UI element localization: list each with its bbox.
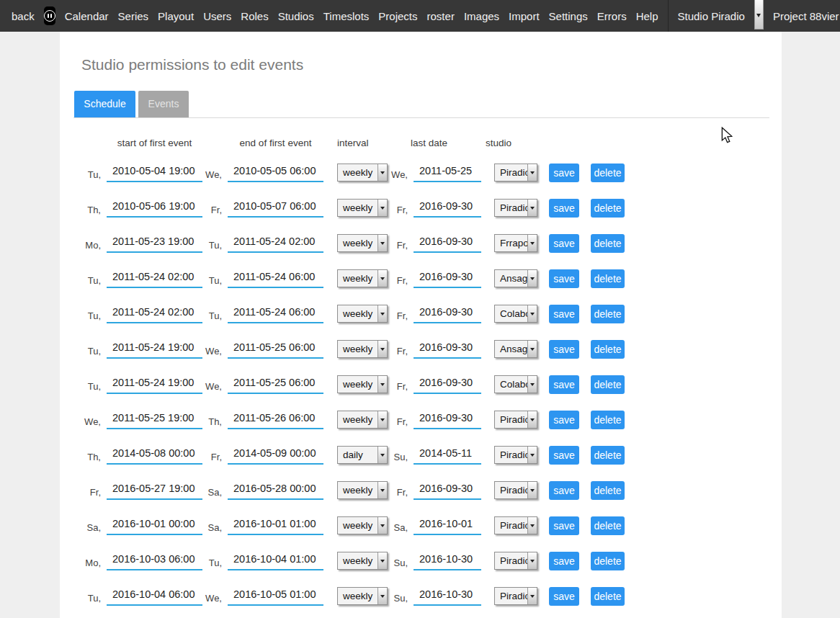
- nav-item-roles[interactable]: Roles: [241, 10, 268, 22]
- interval-select[interactable]: weekly: [337, 552, 388, 570]
- interval-select[interactable]: weekly: [337, 164, 388, 182]
- delete-button[interactable]: delete: [591, 587, 625, 606]
- save-button[interactable]: save: [549, 587, 579, 606]
- delete-button[interactable]: delete: [591, 164, 625, 182]
- nav-item-settings[interactable]: Settings: [549, 10, 588, 22]
- interval-select[interactable]: weekly: [337, 269, 388, 287]
- end-datetime-input[interactable]: [228, 481, 323, 500]
- end-datetime-input[interactable]: [228, 446, 323, 465]
- nav-item-timeslots[interactable]: Timeslots: [323, 10, 370, 22]
- end-datetime-input[interactable]: [228, 199, 323, 218]
- studio-row-select[interactable]: Piradio: [494, 199, 537, 217]
- save-button[interactable]: save: [549, 411, 579, 429]
- interval-select[interactable]: daily: [337, 446, 388, 464]
- interval-select[interactable]: weekly: [337, 516, 388, 534]
- last-date-input[interactable]: [414, 552, 481, 570]
- studio-row-select[interactable]: Piradio: [494, 516, 537, 534]
- end-datetime-input[interactable]: [228, 164, 323, 182]
- interval-select[interactable]: weekly: [337, 481, 388, 499]
- nav-item-errors[interactable]: Errors: [597, 10, 627, 22]
- start-datetime-input[interactable]: [107, 305, 202, 323]
- interval-select[interactable]: weekly: [337, 411, 388, 429]
- studio-select[interactable]: Studio Piradio: [678, 10, 745, 22]
- start-datetime-input[interactable]: [107, 411, 202, 429]
- delete-button[interactable]: delete: [591, 234, 625, 253]
- last-date-input[interactable]: [414, 481, 481, 500]
- last-date-input[interactable]: [414, 587, 481, 606]
- studio-row-select[interactable]: Colabo: [494, 375, 537, 393]
- delete-button[interactable]: delete: [591, 199, 625, 218]
- start-datetime-input[interactable]: [107, 446, 202, 465]
- start-datetime-input[interactable]: [107, 340, 202, 359]
- interval-select[interactable]: weekly: [337, 199, 388, 217]
- last-date-input[interactable]: [414, 164, 481, 182]
- save-button[interactable]: save: [549, 305, 579, 323]
- save-button[interactable]: save: [549, 481, 579, 500]
- studio-row-select[interactable]: Piradio: [494, 446, 537, 464]
- interval-select[interactable]: weekly: [337, 587, 388, 605]
- studio-row-select[interactable]: Piradio: [494, 164, 537, 182]
- save-button[interactable]: save: [549, 340, 579, 359]
- tab-schedule[interactable]: Schedule: [74, 91, 135, 117]
- end-datetime-input[interactable]: [228, 552, 323, 570]
- start-datetime-input[interactable]: [107, 481, 202, 500]
- project-select[interactable]: Project 88vier: [773, 10, 839, 22]
- last-date-input[interactable]: [414, 375, 481, 394]
- delete-button[interactable]: delete: [591, 411, 625, 429]
- nav-item-calendar[interactable]: Calendar: [65, 10, 109, 22]
- delete-button[interactable]: delete: [591, 516, 625, 535]
- studio-row-select[interactable]: Piradio: [494, 481, 537, 499]
- studio-row-select[interactable]: Piradio: [494, 587, 537, 605]
- start-datetime-input[interactable]: [107, 552, 202, 570]
- interval-select[interactable]: weekly: [337, 375, 388, 393]
- last-date-input[interactable]: [414, 446, 481, 465]
- start-datetime-input[interactable]: [107, 164, 202, 182]
- nav-item-users[interactable]: Users: [203, 10, 231, 22]
- nav-item-help[interactable]: Help: [636, 10, 658, 22]
- nav-item-import[interactable]: Import: [509, 10, 540, 22]
- nav-item-images[interactable]: Images: [464, 10, 499, 22]
- nav-back-link[interactable]: back: [12, 10, 35, 22]
- start-datetime-input[interactable]: [107, 269, 202, 288]
- delete-button[interactable]: delete: [591, 375, 625, 394]
- save-button[interactable]: save: [549, 164, 579, 182]
- delete-button[interactable]: delete: [591, 305, 625, 323]
- piradio-logo-icon[interactable]: [44, 6, 55, 25]
- end-datetime-input[interactable]: [228, 234, 323, 253]
- start-datetime-input[interactable]: [107, 587, 202, 606]
- studio-row-select[interactable]: Colabo: [494, 305, 537, 323]
- delete-button[interactable]: delete: [591, 340, 625, 359]
- nav-item-roster[interactable]: roster: [427, 10, 455, 22]
- studio-row-select[interactable]: Piradio: [494, 411, 537, 429]
- delete-button[interactable]: delete: [591, 552, 625, 570]
- last-date-input[interactable]: [414, 411, 481, 429]
- studio-row-select[interactable]: Piradio: [494, 552, 537, 570]
- studio-row-select[interactable]: Ansage: [494, 269, 537, 287]
- last-date-input[interactable]: [414, 199, 481, 218]
- start-datetime-input[interactable]: [107, 199, 202, 218]
- studio-row-select[interactable]: Frrapo: [494, 234, 537, 252]
- nav-item-series[interactable]: Series: [118, 10, 149, 22]
- end-datetime-input[interactable]: [228, 305, 323, 323]
- last-date-input[interactable]: [414, 516, 481, 535]
- save-button[interactable]: save: [549, 446, 579, 465]
- end-datetime-input[interactable]: [228, 411, 323, 429]
- delete-button[interactable]: delete: [591, 269, 625, 288]
- last-date-input[interactable]: [414, 305, 481, 323]
- nav-item-projects[interactable]: Projects: [378, 10, 417, 22]
- interval-select[interactable]: weekly: [337, 234, 388, 252]
- delete-button[interactable]: delete: [591, 446, 625, 465]
- tab-events[interactable]: Events: [138, 91, 189, 117]
- delete-button[interactable]: delete: [591, 481, 625, 500]
- end-datetime-input[interactable]: [228, 269, 323, 288]
- interval-select[interactable]: weekly: [337, 305, 388, 323]
- nav-item-studios[interactable]: Studios: [278, 10, 314, 22]
- save-button[interactable]: save: [549, 516, 579, 535]
- start-datetime-input[interactable]: [107, 375, 202, 394]
- save-button[interactable]: save: [549, 234, 579, 253]
- end-datetime-input[interactable]: [228, 516, 323, 535]
- studio-select-arrow-button[interactable]: [754, 0, 764, 30]
- last-date-input[interactable]: [414, 234, 481, 253]
- save-button[interactable]: save: [549, 552, 579, 570]
- start-datetime-input[interactable]: [107, 234, 202, 253]
